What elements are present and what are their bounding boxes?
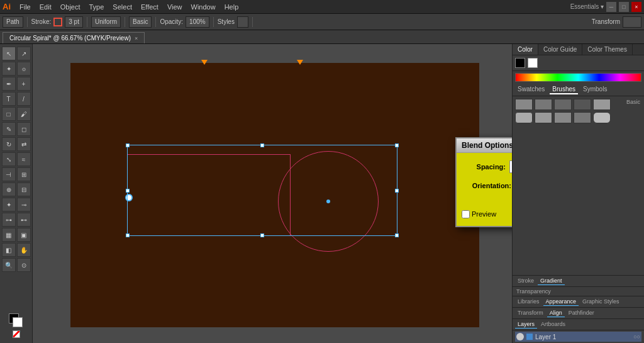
handle-top-right[interactable] [395, 143, 399, 147]
tab-align[interactable]: Align [547, 309, 565, 317]
maximize-button[interactable]: □ [619, 2, 629, 12]
stroke-color-swatch[interactable] [53, 18, 62, 26]
direct-selection-tool[interactable]: ↗ [17, 47, 31, 60]
tab-swatches[interactable]: Swatches [515, 85, 547, 94]
brush-panel-content: Basic [513, 96, 644, 275]
width-tool[interactable]: ⊣ [2, 167, 16, 181]
selection-tool[interactable]: ↖ [2, 47, 16, 60]
color-spectrum-bar[interactable] [515, 73, 641, 82]
menu-select[interactable]: Select [109, 3, 136, 11]
tab-graphic-styles[interactable]: Graphic Styles [580, 298, 622, 306]
brush-swatch-5[interactable] [593, 99, 611, 110]
handle-top-center[interactable] [260, 143, 264, 147]
handle-mid-left[interactable] [126, 189, 130, 193]
brush-swatch-3[interactable] [554, 99, 572, 110]
menu-view[interactable]: View [164, 3, 186, 11]
add-anchor-tool[interactable]: + [17, 77, 31, 91]
brush-swatch-4[interactable] [574, 99, 591, 110]
preview-checkbox[interactable] [462, 210, 470, 218]
extra-tool[interactable]: ⊙ [17, 258, 31, 272]
zoom-tool[interactable]: 🔍 [2, 258, 16, 272]
magic-wand-tool[interactable]: ✦ [2, 62, 16, 76]
basic-selector[interactable]: Basic [129, 16, 152, 28]
tab-symbols[interactable]: Symbols [580, 85, 609, 94]
dialog-titlebar[interactable]: Blend Options [457, 138, 512, 153]
menu-window[interactable]: Window [187, 3, 219, 11]
background-swatch[interactable] [13, 317, 23, 327]
background-color-box[interactable] [528, 58, 538, 68]
canvas-area[interactable]: Blend Options Spacing: Smooth Color Spec… [33, 44, 512, 343]
tab-stroke[interactable]: Stroke [515, 277, 536, 285]
rect-tool[interactable]: □ [2, 107, 16, 121]
handle-bot-center[interactable] [260, 233, 264, 237]
stroke-value[interactable]: 3 pt [65, 16, 83, 28]
foreground-color-box[interactable] [515, 58, 525, 68]
lasso-tool[interactable]: ⌾ [17, 62, 31, 76]
close-button[interactable]: × [631, 2, 641, 12]
transform-value[interactable] [623, 16, 641, 28]
paintbrush-tool[interactable]: 🖌 [17, 107, 31, 121]
measure-tool[interactable]: ⊸ [17, 198, 31, 211]
opacity-value[interactable]: 100% [186, 16, 209, 28]
warp-tool[interactable]: ≈ [17, 152, 31, 166]
tab-color[interactable]: Color [513, 44, 538, 55]
document-tab[interactable]: Circular Spiral* @ 66.67% (CMYK/Preview)… [3, 32, 145, 43]
none-stroke[interactable] [13, 330, 20, 338]
menu-effect[interactable]: Effect [137, 3, 162, 11]
menu-type[interactable]: Type [86, 3, 108, 11]
handle-bot-left[interactable] [126, 233, 130, 237]
line-tool[interactable]: / [17, 92, 31, 106]
rotate-tool[interactable]: ↻ [2, 137, 16, 151]
menu-edit[interactable]: Edit [36, 3, 55, 11]
brush-swatch-8[interactable] [554, 112, 572, 123]
brush-swatch-6[interactable] [515, 112, 533, 123]
minimize-button[interactable]: ─ [606, 2, 616, 12]
shape-builder-tool[interactable]: ⊕ [2, 183, 16, 196]
spacing-row: Spacing: Smooth Color Specified Steps Sp… [464, 160, 512, 173]
reflect-tool[interactable]: ⇄ [17, 137, 31, 151]
layer-visibility-icon[interactable] [516, 333, 524, 340]
tab-close-button[interactable]: × [135, 35, 138, 42]
tab-color-themes[interactable]: Color Themes [582, 44, 633, 55]
blend-tool[interactable]: ⊶ [2, 213, 16, 227]
tab-transform[interactable]: Transform [515, 309, 546, 317]
slice-tool[interactable]: ◧ [2, 243, 16, 257]
tab-appearance[interactable]: Appearance [543, 298, 579, 306]
brush-swatch-9[interactable] [574, 112, 591, 123]
eyedropper-tool[interactable]: ✦ [2, 198, 16, 211]
layer-item: Layer 1 ○○ [515, 332, 641, 342]
perspective-tool[interactable]: ⊟ [17, 183, 31, 196]
styles-selector[interactable] [237, 16, 248, 28]
column-chart-tool[interactable]: ▦ [2, 228, 16, 242]
pen-tool[interactable]: ✒ [2, 77, 16, 91]
scale-tool[interactable]: ⤡ [2, 152, 16, 166]
artboard-tool[interactable]: ▣ [17, 228, 31, 242]
window-controls: Essentials ▾ ─ □ × [570, 2, 641, 12]
handle-mid-right[interactable] [395, 189, 399, 193]
menu-file[interactable]: File [16, 3, 35, 11]
uniform-selector[interactable]: Uniform [91, 16, 121, 28]
handle-bot-right[interactable] [395, 233, 399, 237]
brush-swatch-10[interactable] [593, 112, 611, 123]
type-tool[interactable]: T [2, 92, 16, 106]
tab-libraries[interactable]: Libraries [515, 298, 542, 306]
brush-swatch-1[interactable] [515, 99, 533, 110]
eraser-tool[interactable]: ◻ [17, 122, 31, 136]
tab-gradient[interactable]: Gradient [538, 277, 565, 285]
brush-swatch-7[interactable] [535, 112, 552, 123]
tab-artboards[interactable]: Artboards [538, 320, 568, 329]
free-transform-tool[interactable]: ⊞ [17, 167, 31, 181]
tab-color-guide[interactable]: Color Guide [538, 44, 582, 55]
brush-swatch-2[interactable] [535, 99, 552, 110]
menu-object[interactable]: Object [57, 3, 84, 11]
tab-pathfinder[interactable]: Pathfinder [566, 309, 597, 317]
tool-row-6: ✎ ◻ [2, 122, 31, 136]
handle-top-left[interactable] [126, 143, 130, 147]
tab-layers[interactable]: Layers [515, 320, 537, 329]
pencil-tool[interactable]: ✎ [2, 122, 16, 136]
tab-brushes[interactable]: Brushes [550, 85, 578, 94]
symbol-tool[interactable]: ⊷ [17, 213, 31, 227]
menu-help[interactable]: Help [221, 3, 243, 11]
hand-tool[interactable]: ✋ [17, 243, 31, 257]
spacing-select[interactable]: Smooth Color Specified Steps Specified D… [509, 160, 512, 173]
